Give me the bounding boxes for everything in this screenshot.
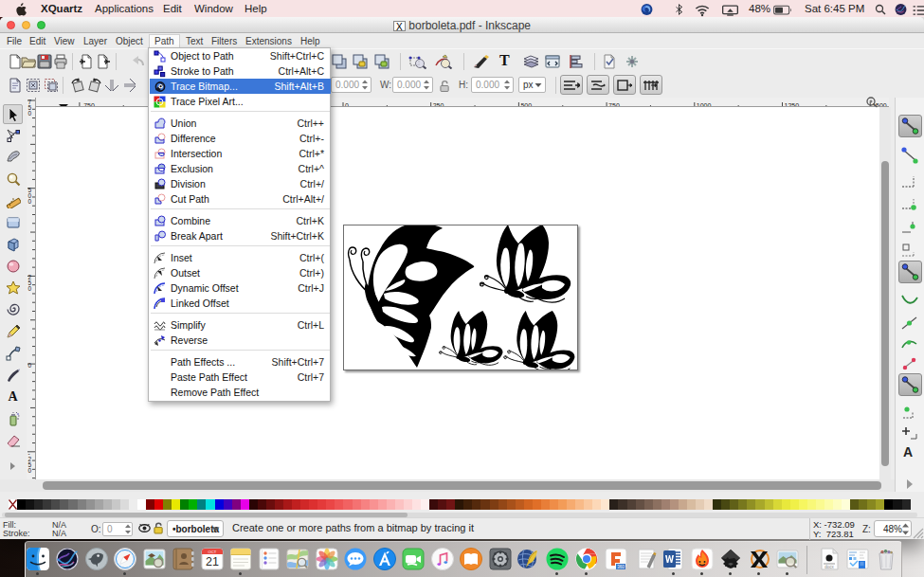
- svg-text:0: 0: [28, 285, 32, 292]
- svg-text:docx: docx: [824, 565, 834, 569]
- svg-text:0: 0: [28, 110, 32, 117]
- svg-text:A: A: [903, 444, 913, 460]
- svg-text:360: 360: [617, 565, 625, 569]
- svg-text:0: 0: [28, 467, 32, 474]
- svg-text:21: 21: [206, 555, 219, 568]
- svg-text:OCT: OCT: [208, 550, 216, 554]
- svg-text:0: 0: [28, 362, 32, 369]
- svg-text:0: 0: [28, 198, 32, 205]
